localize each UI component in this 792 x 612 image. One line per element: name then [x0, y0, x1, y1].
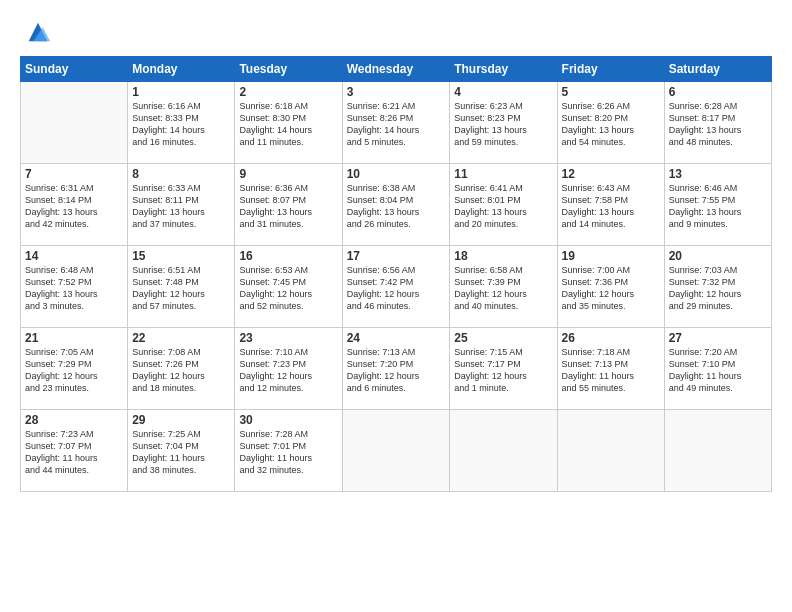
day-number: 19: [562, 249, 660, 263]
day-number: 13: [669, 167, 767, 181]
weekday-header-monday: Monday: [128, 57, 235, 82]
day-info: Sunrise: 7:15 AM Sunset: 7:17 PM Dayligh…: [454, 346, 552, 395]
calendar-cell: 14Sunrise: 6:48 AM Sunset: 7:52 PM Dayli…: [21, 246, 128, 328]
day-info: Sunrise: 6:56 AM Sunset: 7:42 PM Dayligh…: [347, 264, 446, 313]
day-number: 23: [239, 331, 337, 345]
day-info: Sunrise: 6:31 AM Sunset: 8:14 PM Dayligh…: [25, 182, 123, 231]
day-number: 6: [669, 85, 767, 99]
day-info: Sunrise: 6:48 AM Sunset: 7:52 PM Dayligh…: [25, 264, 123, 313]
logo-icon: [24, 18, 52, 46]
day-number: 16: [239, 249, 337, 263]
day-info: Sunrise: 6:21 AM Sunset: 8:26 PM Dayligh…: [347, 100, 446, 149]
calendar-cell: 22Sunrise: 7:08 AM Sunset: 7:26 PM Dayli…: [128, 328, 235, 410]
weekday-header-friday: Friday: [557, 57, 664, 82]
day-info: Sunrise: 7:05 AM Sunset: 7:29 PM Dayligh…: [25, 346, 123, 395]
calendar-cell: 28Sunrise: 7:23 AM Sunset: 7:07 PM Dayli…: [21, 410, 128, 492]
day-number: 2: [239, 85, 337, 99]
calendar-cell: 7Sunrise: 6:31 AM Sunset: 8:14 PM Daylig…: [21, 164, 128, 246]
day-number: 27: [669, 331, 767, 345]
calendar-cell: 12Sunrise: 6:43 AM Sunset: 7:58 PM Dayli…: [557, 164, 664, 246]
calendar-cell: 5Sunrise: 6:26 AM Sunset: 8:20 PM Daylig…: [557, 82, 664, 164]
day-number: 25: [454, 331, 552, 345]
day-number: 28: [25, 413, 123, 427]
day-number: 9: [239, 167, 337, 181]
calendar-cell: 13Sunrise: 6:46 AM Sunset: 7:55 PM Dayli…: [664, 164, 771, 246]
day-info: Sunrise: 7:00 AM Sunset: 7:36 PM Dayligh…: [562, 264, 660, 313]
calendar-cell: 1Sunrise: 6:16 AM Sunset: 8:33 PM Daylig…: [128, 82, 235, 164]
logo: [20, 18, 52, 46]
day-info: Sunrise: 6:46 AM Sunset: 7:55 PM Dayligh…: [669, 182, 767, 231]
day-number: 10: [347, 167, 446, 181]
day-number: 7: [25, 167, 123, 181]
calendar-cell: [557, 410, 664, 492]
day-info: Sunrise: 6:26 AM Sunset: 8:20 PM Dayligh…: [562, 100, 660, 149]
calendar-cell: [450, 410, 557, 492]
day-number: 12: [562, 167, 660, 181]
day-info: Sunrise: 7:13 AM Sunset: 7:20 PM Dayligh…: [347, 346, 446, 395]
calendar-cell: 30Sunrise: 7:28 AM Sunset: 7:01 PM Dayli…: [235, 410, 342, 492]
day-number: 11: [454, 167, 552, 181]
calendar: SundayMondayTuesdayWednesdayThursdayFrid…: [20, 56, 772, 492]
calendar-cell: 20Sunrise: 7:03 AM Sunset: 7:32 PM Dayli…: [664, 246, 771, 328]
calendar-cell: 2Sunrise: 6:18 AM Sunset: 8:30 PM Daylig…: [235, 82, 342, 164]
day-info: Sunrise: 6:23 AM Sunset: 8:23 PM Dayligh…: [454, 100, 552, 149]
day-number: 29: [132, 413, 230, 427]
day-number: 17: [347, 249, 446, 263]
week-row-0: 1Sunrise: 6:16 AM Sunset: 8:33 PM Daylig…: [21, 82, 772, 164]
calendar-cell: 4Sunrise: 6:23 AM Sunset: 8:23 PM Daylig…: [450, 82, 557, 164]
day-info: Sunrise: 6:33 AM Sunset: 8:11 PM Dayligh…: [132, 182, 230, 231]
day-number: 1: [132, 85, 230, 99]
calendar-cell: 18Sunrise: 6:58 AM Sunset: 7:39 PM Dayli…: [450, 246, 557, 328]
calendar-cell: [664, 410, 771, 492]
calendar-cell: 3Sunrise: 6:21 AM Sunset: 8:26 PM Daylig…: [342, 82, 450, 164]
day-info: Sunrise: 6:28 AM Sunset: 8:17 PM Dayligh…: [669, 100, 767, 149]
day-info: Sunrise: 7:28 AM Sunset: 7:01 PM Dayligh…: [239, 428, 337, 477]
day-info: Sunrise: 6:41 AM Sunset: 8:01 PM Dayligh…: [454, 182, 552, 231]
weekday-header-tuesday: Tuesday: [235, 57, 342, 82]
day-number: 14: [25, 249, 123, 263]
day-number: 26: [562, 331, 660, 345]
day-info: Sunrise: 6:16 AM Sunset: 8:33 PM Dayligh…: [132, 100, 230, 149]
day-info: Sunrise: 6:36 AM Sunset: 8:07 PM Dayligh…: [239, 182, 337, 231]
day-info: Sunrise: 6:53 AM Sunset: 7:45 PM Dayligh…: [239, 264, 337, 313]
day-info: Sunrise: 7:20 AM Sunset: 7:10 PM Dayligh…: [669, 346, 767, 395]
calendar-cell: 29Sunrise: 7:25 AM Sunset: 7:04 PM Dayli…: [128, 410, 235, 492]
week-row-4: 28Sunrise: 7:23 AM Sunset: 7:07 PM Dayli…: [21, 410, 772, 492]
calendar-cell: 6Sunrise: 6:28 AM Sunset: 8:17 PM Daylig…: [664, 82, 771, 164]
week-row-2: 14Sunrise: 6:48 AM Sunset: 7:52 PM Dayli…: [21, 246, 772, 328]
calendar-cell: 25Sunrise: 7:15 AM Sunset: 7:17 PM Dayli…: [450, 328, 557, 410]
calendar-cell: 27Sunrise: 7:20 AM Sunset: 7:10 PM Dayli…: [664, 328, 771, 410]
day-info: Sunrise: 6:51 AM Sunset: 7:48 PM Dayligh…: [132, 264, 230, 313]
weekday-header-thursday: Thursday: [450, 57, 557, 82]
day-number: 20: [669, 249, 767, 263]
day-info: Sunrise: 7:25 AM Sunset: 7:04 PM Dayligh…: [132, 428, 230, 477]
calendar-cell: 17Sunrise: 6:56 AM Sunset: 7:42 PM Dayli…: [342, 246, 450, 328]
day-number: 22: [132, 331, 230, 345]
day-number: 30: [239, 413, 337, 427]
day-info: Sunrise: 6:58 AM Sunset: 7:39 PM Dayligh…: [454, 264, 552, 313]
calendar-cell: 11Sunrise: 6:41 AM Sunset: 8:01 PM Dayli…: [450, 164, 557, 246]
day-number: 21: [25, 331, 123, 345]
day-number: 24: [347, 331, 446, 345]
calendar-cell: [342, 410, 450, 492]
calendar-cell: 19Sunrise: 7:00 AM Sunset: 7:36 PM Dayli…: [557, 246, 664, 328]
day-info: Sunrise: 6:38 AM Sunset: 8:04 PM Dayligh…: [347, 182, 446, 231]
calendar-cell: 26Sunrise: 7:18 AM Sunset: 7:13 PM Dayli…: [557, 328, 664, 410]
day-info: Sunrise: 7:03 AM Sunset: 7:32 PM Dayligh…: [669, 264, 767, 313]
calendar-cell: 15Sunrise: 6:51 AM Sunset: 7:48 PM Dayli…: [128, 246, 235, 328]
day-info: Sunrise: 7:23 AM Sunset: 7:07 PM Dayligh…: [25, 428, 123, 477]
day-number: 4: [454, 85, 552, 99]
day-number: 15: [132, 249, 230, 263]
day-number: 18: [454, 249, 552, 263]
weekday-header-wednesday: Wednesday: [342, 57, 450, 82]
calendar-cell: 8Sunrise: 6:33 AM Sunset: 8:11 PM Daylig…: [128, 164, 235, 246]
day-number: 3: [347, 85, 446, 99]
day-info: Sunrise: 7:08 AM Sunset: 7:26 PM Dayligh…: [132, 346, 230, 395]
calendar-cell: 24Sunrise: 7:13 AM Sunset: 7:20 PM Dayli…: [342, 328, 450, 410]
day-info: Sunrise: 7:18 AM Sunset: 7:13 PM Dayligh…: [562, 346, 660, 395]
day-info: Sunrise: 6:18 AM Sunset: 8:30 PM Dayligh…: [239, 100, 337, 149]
calendar-cell: 21Sunrise: 7:05 AM Sunset: 7:29 PM Dayli…: [21, 328, 128, 410]
calendar-cell: 9Sunrise: 6:36 AM Sunset: 8:07 PM Daylig…: [235, 164, 342, 246]
day-number: 5: [562, 85, 660, 99]
day-info: Sunrise: 6:43 AM Sunset: 7:58 PM Dayligh…: [562, 182, 660, 231]
